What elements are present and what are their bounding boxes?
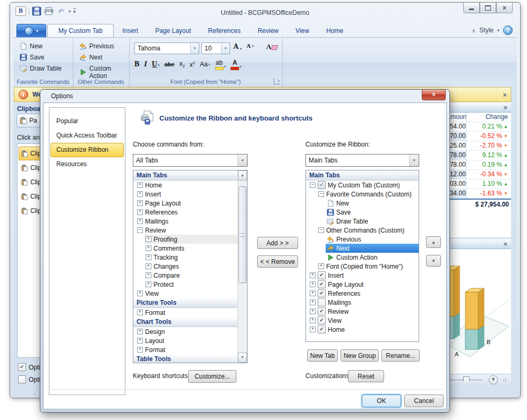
tree-item-design[interactable]: +Design — [133, 327, 238, 336]
customize-button[interactable]: Customize... — [188, 370, 236, 383]
expand-icon[interactable]: + — [137, 290, 143, 296]
expand-icon[interactable]: + — [137, 182, 143, 188]
bold-button[interactable]: B — [134, 60, 139, 68]
tree-item-custom-action[interactable]: Custom Action — [306, 253, 419, 262]
expand-icon[interactable]: + — [310, 327, 316, 332]
checkbox-checked[interactable]: ✔ — [318, 307, 326, 315]
resize-grip-icon[interactable] — [502, 378, 506, 382]
change-case-button[interactable]: Aa▾ — [200, 61, 210, 68]
customize-ribbon-combobox[interactable]: Main Tabs ▾ — [305, 154, 419, 167]
font-name-combobox[interactable]: Tahoma ▾ — [134, 42, 199, 54]
chevron-down-icon[interactable]: ▾ — [409, 155, 419, 166]
checkbox-checked[interactable]: ✔ — [318, 181, 326, 189]
tree-item-previous[interactable]: Previous — [306, 235, 419, 244]
tab-review[interactable]: Review — [249, 24, 287, 38]
checkbox-checked[interactable]: ✔ — [318, 316, 326, 324]
checkbox-unchecked[interactable] — [18, 375, 26, 383]
new-group-button[interactable]: New Group — [341, 349, 379, 362]
nav-item-customize-ribbon[interactable]: Customize Ribbon — [50, 143, 124, 157]
tree-item-changes[interactable]: +Changes — [133, 262, 238, 271]
dialog-close-button[interactable]: × — [422, 90, 446, 100]
strikethrough-button[interactable]: abe — [164, 61, 174, 68]
tree-item-other-commands-custom[interactable]: −Other Commands (Custom) — [306, 226, 419, 235]
website-link[interactable]: www.bc — [17, 393, 41, 395]
expand-icon[interactable]: + — [137, 191, 143, 197]
tab-my-custom-tab[interactable]: My Custom Tab — [47, 24, 114, 38]
tree-item-proofing[interactable]: +Proofing — [133, 235, 238, 244]
dialog-launcher-icon[interactable]: ↘ — [274, 78, 280, 84]
chevron-down-icon[interactable]: ▾ — [221, 43, 230, 54]
checkbox-checked[interactable]: ✔ — [318, 271, 326, 279]
checkbox-checked[interactable]: ✔ — [318, 325, 326, 333]
custom-action-button[interactable]: Custom Action — [79, 65, 129, 80]
tree-item-review[interactable]: −Review — [133, 226, 238, 235]
expand-icon[interactable]: + — [310, 308, 316, 314]
italic-button[interactable]: I — [144, 60, 147, 68]
expand-icon[interactable]: + — [310, 290, 316, 296]
scrollbar[interactable]: ▲ ▼ — [237, 170, 247, 363]
font-size-combobox[interactable]: 10 ▾ — [201, 42, 230, 54]
slider-thumb[interactable] — [463, 376, 470, 384]
collapse-icon[interactable]: − — [137, 227, 143, 233]
tree-item-comments[interactable]: +Comments — [133, 244, 238, 253]
tree-item-insert[interactable]: +Insert — [133, 190, 238, 199]
add-button[interactable]: Add > > — [257, 237, 298, 249]
ok-button[interactable]: OK — [362, 395, 401, 407]
expand-icon[interactable]: + — [146, 245, 151, 251]
previous-button[interactable]: Previous — [79, 42, 114, 50]
font-color-button[interactable]: A▾ — [231, 59, 242, 70]
nav-item-quick-access-toolbar[interactable]: Quick Access Toolbar — [50, 128, 124, 143]
tab-page-layout[interactable]: Page Layout — [147, 24, 199, 38]
zoom-in-button[interactable]: + — [489, 375, 498, 384]
next-button[interactable]: Next — [79, 54, 103, 61]
close-icon[interactable]: × — [499, 240, 511, 248]
tree-item-compare[interactable]: +Compare — [133, 271, 238, 280]
tab-home[interactable]: Home — [318, 24, 352, 38]
checkbox-checked[interactable]: ✔ — [318, 280, 326, 288]
expand-icon[interactable]: + — [146, 254, 151, 260]
tab-view[interactable]: View — [287, 24, 318, 38]
new-tab-button[interactable]: New Tab — [307, 349, 338, 362]
tree-item-view[interactable]: +✔View — [306, 316, 419, 325]
tab-references[interactable]: References — [200, 24, 249, 38]
scrollbar-thumb[interactable] — [239, 186, 246, 283]
tree-item-page-layout[interactable]: +Page Layout — [133, 199, 238, 208]
move-up-button[interactable]: ▲ — [426, 236, 441, 248]
tree-item-format[interactable]: +Format — [133, 345, 238, 354]
choose-commands-combobox[interactable]: All Tabs ▾ — [133, 154, 248, 167]
style-dropdown-icon[interactable]: ▾ — [497, 28, 499, 33]
expand-icon[interactable]: + — [310, 281, 316, 287]
expand-icon[interactable]: + — [137, 310, 143, 315]
tree-item-page-layout[interactable]: +✔Page Layout — [306, 280, 419, 289]
minimize-button[interactable] — [463, 3, 480, 13]
tree-item-mailings[interactable]: +Mailings — [306, 298, 419, 307]
tree-item-tracking[interactable]: +Tracking — [133, 253, 238, 262]
save-button[interactable]: Save — [20, 54, 44, 61]
draw-table-button[interactable]: Draw Table — [20, 65, 62, 72]
reset-button[interactable]: Reset — [348, 370, 384, 382]
tree-item-favorite-commands-custom[interactable]: −Favorite Commands (Custom) — [306, 190, 419, 199]
tree-item-my-custom-tab-custom[interactable]: −✔My Custom Tab (Custom) — [306, 181, 419, 190]
nav-item-resources[interactable]: Resources — [50, 157, 124, 172]
expand-icon[interactable]: + — [137, 338, 143, 344]
remove-button[interactable]: < < Remove — [257, 255, 298, 268]
expand-icon[interactable]: + — [146, 236, 151, 242]
grow-font-button[interactable]: A▲ — [233, 42, 242, 51]
clear-formatting-button[interactable]: A — [266, 42, 277, 51]
checkbox-unchecked[interactable] — [318, 298, 326, 306]
move-down-button[interactable]: ▼ — [426, 255, 441, 267]
checkbox-checked[interactable]: ✔ — [18, 363, 26, 371]
application-button[interactable]: ▾ — [16, 24, 46, 38]
tree-item-format[interactable]: +Format — [133, 308, 238, 317]
tree-item-view[interactable]: +View — [133, 289, 238, 298]
expand-icon[interactable]: + — [146, 272, 151, 278]
superscript-button[interactable]: x2 — [190, 61, 195, 68]
scroll-up-icon[interactable]: ▲ — [238, 170, 247, 181]
rename-button[interactable]: Rename... — [381, 349, 420, 362]
nav-item-popular[interactable]: Popular — [50, 114, 124, 128]
expand-icon[interactable]: + — [137, 218, 143, 224]
tree-item-layout[interactable]: +Layout — [133, 336, 238, 345]
text-highlight-button[interactable]: ab▾ — [215, 59, 226, 70]
expand-icon[interactable]: + — [146, 281, 151, 287]
tree-item-home[interactable]: +✔Home — [306, 325, 419, 334]
